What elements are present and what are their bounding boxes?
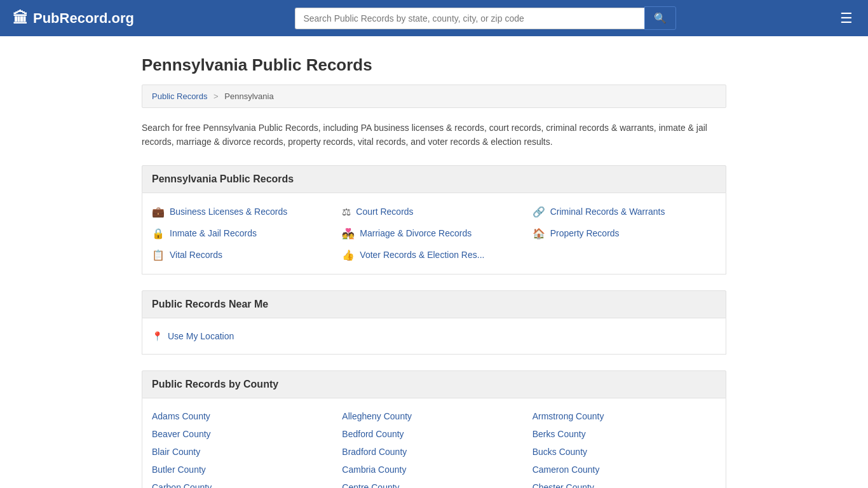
record-label-1: Court Records (356, 207, 413, 217)
record-label-6: Vital Records (170, 250, 222, 260)
record-label-5: Property Records (550, 228, 620, 238)
record-item-6[interactable]: 📋Vital Records (152, 249, 336, 261)
county-item-7[interactable]: Bradford County (342, 447, 526, 457)
breadcrumb-current: Pennsylvania (224, 92, 273, 101)
breadcrumb-root[interactable]: Public Records (152, 92, 207, 101)
record-item-2[interactable]: 🔗Criminal Records & Warrants (532, 206, 716, 218)
record-icon-6: 📋 (152, 249, 165, 261)
search-input[interactable] (295, 8, 644, 29)
page-title: Pennsylvania Public Records (142, 55, 726, 75)
breadcrumb-separator: > (214, 92, 219, 101)
county-item-13[interactable]: Centre County (342, 482, 526, 488)
record-item-3[interactable]: 🔒Inmate & Jail Records (152, 227, 336, 240)
use-my-location[interactable]: 📍 Use My Location (152, 331, 716, 341)
record-icon-3: 🔒 (152, 227, 165, 240)
record-item-1[interactable]: ⚖Court Records (342, 206, 526, 218)
records-section-header: Pennsylvania Public Records (142, 165, 726, 193)
county-item-3[interactable]: Beaver County (152, 429, 336, 439)
record-icon-1: ⚖ (342, 206, 351, 218)
record-item-7[interactable]: 👍Voter Records & Election Res... (342, 249, 526, 261)
record-label-3: Inmate & Jail Records (170, 228, 257, 238)
record-icon-5: 🏠 (532, 227, 545, 240)
near-me-section: 📍 Use My Location (142, 318, 726, 355)
record-item-5[interactable]: 🏠Property Records (532, 227, 716, 240)
record-label-4: Marriage & Divorce Records (360, 228, 471, 238)
county-item-10[interactable]: Cambria County (342, 464, 526, 475)
county-item-5[interactable]: Berks County (532, 429, 716, 439)
county-item-0[interactable]: Adams County (152, 411, 336, 421)
county-item-12[interactable]: Carbon County (152, 482, 336, 488)
county-section-header: Public Records by County (142, 370, 726, 398)
county-item-8[interactable]: Bucks County (532, 447, 716, 457)
logo-icon: 🏛 (13, 10, 28, 27)
records-section: 💼Business Licenses & Records⚖Court Recor… (142, 193, 726, 274)
record-icon-4: 💑 (342, 227, 355, 240)
record-label-2: Criminal Records & Warrants (550, 207, 665, 217)
record-item-0[interactable]: 💼Business Licenses & Records (152, 206, 336, 218)
logo-text: PubRecord.org (33, 10, 134, 27)
search-button[interactable]: 🔍 (644, 6, 676, 30)
county-item-11[interactable]: Cameron County (532, 464, 716, 475)
county-grid: Adams CountyAllegheny CountyArmstrong Co… (152, 411, 716, 488)
county-item-1[interactable]: Allegheny County (342, 411, 526, 421)
county-item-14[interactable]: Chester County (532, 482, 716, 488)
site-logo[interactable]: 🏛 PubRecord.org (13, 10, 134, 27)
county-item-6[interactable]: Blair County (152, 447, 336, 457)
record-item-4[interactable]: 💑Marriage & Divorce Records (342, 227, 526, 240)
county-item-4[interactable]: Bedford County (342, 429, 526, 439)
search-icon: 🔍 (654, 13, 667, 24)
record-icon-7: 👍 (342, 249, 355, 261)
menu-button[interactable]: ☰ (837, 8, 855, 29)
record-icon-2: 🔗 (532, 206, 545, 218)
county-item-2[interactable]: Armstrong County (532, 411, 716, 421)
breadcrumb: Public Records > Pennsylvania (142, 85, 726, 108)
record-icon-0: 💼 (152, 206, 165, 218)
hamburger-icon: ☰ (840, 10, 853, 26)
county-item-9[interactable]: Butler County (152, 464, 336, 475)
record-label-7: Voter Records & Election Res... (360, 250, 484, 260)
page-description: Search for free Pennsylvania Public Reco… (142, 121, 726, 149)
county-section: Adams CountyAllegheny CountyArmstrong Co… (142, 398, 726, 488)
records-grid: 💼Business Licenses & Records⚖Court Recor… (152, 206, 716, 261)
near-me-label: Use My Location (168, 331, 234, 341)
near-me-section-header: Public Records Near Me (142, 290, 726, 318)
location-icon: 📍 (152, 331, 163, 341)
record-label-0: Business Licenses & Records (170, 207, 287, 217)
